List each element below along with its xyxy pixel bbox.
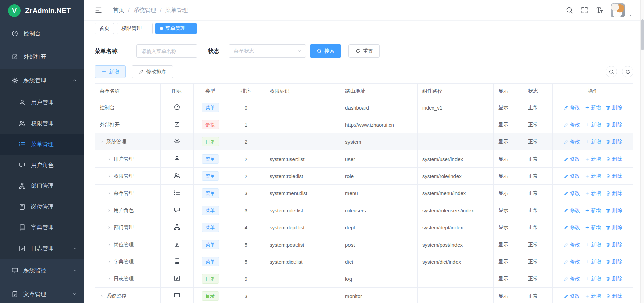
- route-value: dict: [340, 253, 418, 270]
- table-row[interactable]: 菜单管理菜单3system:menu:listmenusystem/menu/i…: [95, 185, 633, 202]
- delete-link[interactable]: 删除: [606, 156, 622, 162]
- add-link[interactable]: 新增: [585, 173, 601, 179]
- sidebar-item[interactable]: 文章管理: [0, 282, 84, 303]
- edit-link[interactable]: 修改: [564, 122, 580, 128]
- column-header: 类型: [194, 84, 227, 99]
- table-row[interactable]: 用户角色菜单3system:role:listroleuserssystem/r…: [95, 202, 633, 219]
- scrollbar-thumb[interactable]: [641, 19, 644, 50]
- search-icon[interactable]: [566, 6, 573, 14]
- delete-link[interactable]: 删除: [606, 276, 622, 282]
- table-row[interactable]: 外部打开链接1http://www.izhaorui.cn显示正常修改新增删除: [95, 116, 633, 133]
- sidebar-item[interactable]: 权限管理: [0, 113, 84, 134]
- add-link[interactable]: 新增: [585, 104, 601, 111]
- delete-link[interactable]: 删除: [606, 190, 622, 197]
- delete-link[interactable]: 删除: [606, 104, 622, 111]
- edit-link[interactable]: 修改: [564, 293, 580, 299]
- column-header: 组件路径: [418, 84, 494, 99]
- sidebar-item[interactable]: 用户管理: [0, 92, 84, 113]
- add-link[interactable]: 新增: [585, 259, 601, 265]
- edit-link[interactable]: 修改: [564, 156, 580, 162]
- column-header: 菜单名称: [95, 84, 161, 99]
- add-link[interactable]: 新增: [585, 293, 601, 299]
- add-link[interactable]: 新增: [585, 224, 601, 231]
- add-button[interactable]: 新增: [95, 65, 126, 78]
- trash-icon: [606, 294, 611, 299]
- sidebar-item[interactable]: 日志管理: [0, 238, 84, 259]
- sidebar-item[interactable]: 菜单管理: [0, 134, 84, 155]
- sidebar-item[interactable]: 外部打开: [0, 45, 84, 69]
- trash-icon: [606, 259, 611, 264]
- page-content: 菜单名称 状态 菜单状态 搜索 重置 新增: [84, 36, 644, 303]
- delete-link[interactable]: 删除: [606, 139, 622, 145]
- breadcrumb-item[interactable]: 系统管理: [133, 6, 156, 14]
- table-row[interactable]: 控制台菜单0dashboardindex_v1显示正常修改新增删除: [95, 99, 633, 116]
- sort-button[interactable]: 修改排序: [132, 65, 173, 78]
- edit-link[interactable]: 修改: [564, 207, 580, 214]
- table-row[interactable]: 日志管理目录9log显示正常修改新增删除: [95, 270, 633, 288]
- table-row[interactable]: 权限管理菜单2system:role:listrolesystem/role/i…: [95, 168, 633, 185]
- edit-link[interactable]: 修改: [564, 276, 580, 282]
- breadcrumb-item[interactable]: 首页: [113, 6, 124, 14]
- table-row[interactable]: 用户管理菜单2system:user:listusersystem/user/i…: [95, 150, 633, 168]
- add-link[interactable]: 新增: [585, 139, 601, 145]
- tab[interactable]: 菜单管理: [155, 23, 197, 34]
- table-refresh-button[interactable]: [622, 66, 633, 77]
- close-icon[interactable]: [188, 27, 192, 31]
- sidebar-item[interactable]: 系统监控: [0, 259, 84, 282]
- tab[interactable]: 首页: [95, 23, 114, 34]
- delete-link[interactable]: 删除: [606, 224, 622, 231]
- sidebar-item[interactable]: 字典管理: [0, 217, 84, 238]
- user-avatar[interactable]: [611, 3, 625, 17]
- font-size-icon[interactable]: [596, 6, 603, 14]
- edit-link[interactable]: 修改: [564, 190, 580, 197]
- sidebar-item[interactable]: 系统管理: [0, 69, 84, 92]
- table-row[interactable]: 岗位管理菜单5system:post:listpostsystem/post/i…: [95, 236, 633, 253]
- sort-value: 4: [227, 219, 265, 236]
- sidebar-item[interactable]: 岗位管理: [0, 196, 84, 217]
- edit-link[interactable]: 修改: [564, 224, 580, 231]
- reset-button-label: 重置: [363, 48, 373, 54]
- close-icon[interactable]: [144, 27, 148, 31]
- column-header: 图标: [161, 84, 194, 99]
- sort-value: 3: [227, 288, 265, 303]
- tab[interactable]: 权限管理: [117, 23, 153, 34]
- delete-link[interactable]: 删除: [606, 259, 622, 265]
- edit-link[interactable]: 修改: [564, 104, 580, 111]
- delete-link[interactable]: 删除: [606, 293, 622, 299]
- page-scrollbar[interactable]: [640, 0, 644, 303]
- edit-link[interactable]: 修改: [564, 139, 580, 145]
- table-row[interactable]: 系统监控目录3monitor显示正常修改新增删除: [95, 288, 633, 303]
- table-row[interactable]: 系统管理目录2system显示正常修改新增删除: [95, 133, 633, 150]
- caret-down-icon[interactable]: [628, 13, 633, 18]
- add-link[interactable]: 新增: [585, 242, 601, 248]
- menu-fold-icon[interactable]: [95, 6, 102, 14]
- menu-name-input[interactable]: [136, 44, 197, 58]
- edit-link[interactable]: 修改: [564, 173, 580, 179]
- sidebar-item-label: 系统管理: [23, 77, 67, 84]
- delete-link[interactable]: 删除: [606, 207, 622, 214]
- table-row[interactable]: 字典管理菜单5system:dict:listdictsystem/dict/i…: [95, 253, 633, 270]
- delete-link[interactable]: 删除: [606, 173, 622, 179]
- sidebar-item[interactable]: 用户角色: [0, 155, 84, 175]
- reset-button[interactable]: 重置: [348, 44, 380, 58]
- user-role-icon: [174, 207, 180, 213]
- status-value: 正常: [523, 168, 553, 185]
- fullscreen-icon[interactable]: [581, 6, 588, 14]
- status-select[interactable]: 菜单状态: [229, 44, 306, 58]
- app-logo[interactable]: V ZrAdmin.NET: [0, 0, 84, 21]
- delete-link[interactable]: 删除: [606, 242, 622, 248]
- add-link[interactable]: 新增: [585, 276, 601, 282]
- add-link[interactable]: 新增: [585, 207, 601, 214]
- table-row[interactable]: 部门管理菜单4system:dept:listdeptsystem/dept/i…: [95, 219, 633, 236]
- edit-link[interactable]: 修改: [564, 259, 580, 265]
- sidebar-item[interactable]: 部门管理: [0, 175, 84, 196]
- sidebar-item[interactable]: 控制台: [0, 21, 84, 45]
- breadcrumb-item[interactable]: 菜单管理: [165, 6, 188, 14]
- search-button[interactable]: 搜索: [310, 44, 341, 58]
- add-link[interactable]: 新增: [585, 156, 601, 162]
- table-search-button[interactable]: [606, 66, 617, 77]
- edit-link[interactable]: 修改: [564, 242, 580, 248]
- add-link[interactable]: 新增: [585, 122, 601, 128]
- add-link[interactable]: 新增: [585, 190, 601, 197]
- delete-link[interactable]: 删除: [606, 122, 622, 128]
